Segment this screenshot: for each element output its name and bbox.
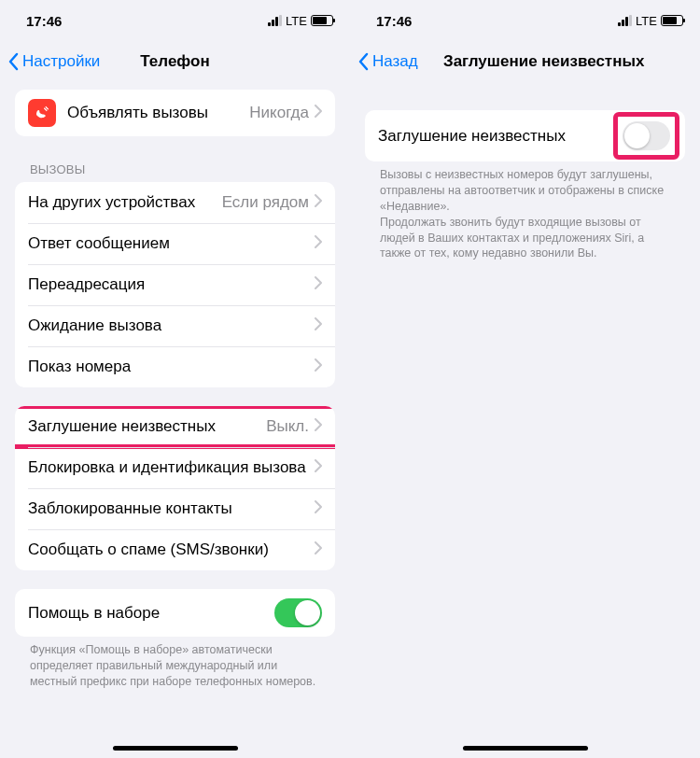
group-announce: Объявлять вызовы Никогда (15, 90, 335, 136)
chevron-right-icon (315, 500, 322, 517)
row-label: Помощь в наборе (28, 604, 274, 623)
row-label: Заглушение неизвестных (28, 417, 266, 436)
group-dial-assist: Помощь в наборе (15, 589, 335, 637)
row-other-devices[interactable]: На других устройствах Если рядом (15, 182, 335, 223)
dial-assist-note: Функция «Помощь в наборе» автоматически … (30, 642, 320, 690)
chevron-right-icon (315, 194, 322, 211)
group-calls: На других устройствах Если рядом Ответ с… (15, 182, 335, 387)
signal-icon (618, 15, 632, 26)
row-value: Никогда (249, 104, 309, 122)
battery-icon (311, 15, 333, 26)
chevron-right-icon (315, 317, 322, 334)
announce-icon (28, 99, 56, 127)
row-call-forwarding[interactable]: Переадресация (15, 264, 335, 305)
group-silence-blocking: Заглушение неизвестных Выкл. Блокировка … (15, 406, 335, 570)
back-label: Настройки (22, 52, 100, 71)
row-label: Переадресация (28, 275, 315, 294)
row-report-spam[interactable]: Сообщать о спаме (SMS/звонки) (15, 529, 335, 570)
chevron-right-icon (315, 418, 322, 435)
content: Заглушение неизвестных Вызовы с неизвест… (350, 82, 700, 758)
row-dial-assist[interactable]: Помощь в наборе (15, 589, 335, 637)
dial-assist-toggle[interactable] (274, 598, 322, 627)
network-label: LTE (286, 14, 307, 28)
row-label: Сообщать о спаме (SMS/звонки) (28, 540, 315, 559)
chevron-right-icon (315, 541, 322, 558)
chevron-right-icon (315, 358, 322, 375)
screen-phone-settings: 17:46 LTE Настройки Телефон Объявлять вы… (0, 0, 350, 758)
row-call-waiting[interactable]: Ожидание вызова (15, 305, 335, 346)
battery-icon (661, 15, 683, 26)
back-button[interactable]: Назад (357, 52, 418, 71)
nav-bar: Настройки Телефон (0, 41, 350, 82)
row-label: Заглушение неизвестных (378, 127, 621, 146)
row-label: Ожидание вызова (28, 316, 315, 335)
silence-note: Вызовы с неизвестных номеров будут заглу… (380, 167, 670, 261)
back-label: Назад (372, 52, 418, 71)
status-bar: 17:46 LTE (0, 0, 350, 41)
row-blocked-contacts[interactable]: Заблокированные контакты (15, 488, 335, 529)
status-time: 17:46 (26, 13, 62, 29)
row-respond-with-text[interactable]: Ответ сообщением (15, 223, 335, 264)
row-label: Объявлять вызовы (67, 104, 249, 122)
screen-silence-unknown: 17:46 LTE Назад Заглушение неизвестных З… (350, 0, 700, 758)
chevron-left-icon (357, 52, 369, 71)
row-label: Блокировка и идентификация вызова (28, 458, 315, 477)
status-right: LTE (618, 14, 683, 28)
nav-bar: Назад Заглушение неизвестных (350, 41, 700, 82)
home-indicator (463, 746, 588, 751)
back-button[interactable]: Настройки (7, 52, 100, 71)
group-header-calls: ВЫЗОВЫ (30, 162, 320, 176)
chevron-right-icon (315, 105, 322, 121)
row-label: На других устройствах (28, 193, 222, 212)
row-silence-unknown[interactable]: Заглушение неизвестных Выкл. (15, 406, 335, 447)
row-silence-toggle[interactable]: Заглушение неизвестных (365, 110, 685, 161)
status-right: LTE (268, 14, 333, 28)
group-silence-toggle: Заглушение неизвестных (365, 110, 685, 161)
chevron-right-icon (315, 459, 322, 476)
signal-icon (268, 15, 282, 26)
status-bar: 17:46 LTE (350, 0, 700, 41)
home-indicator (113, 746, 238, 751)
row-value: Выкл. (266, 417, 309, 436)
chevron-left-icon (7, 52, 19, 71)
chevron-right-icon (315, 235, 322, 252)
row-value: Если рядом (222, 193, 309, 212)
network-label: LTE (636, 14, 657, 28)
row-announce-calls[interactable]: Объявлять вызовы Никогда (15, 90, 335, 136)
row-label: Показ номера (28, 358, 315, 376)
chevron-right-icon (315, 276, 322, 293)
row-label: Заблокированные контакты (28, 499, 315, 518)
status-time: 17:46 (376, 13, 412, 29)
row-call-blocking[interactable]: Блокировка и идентификация вызова (15, 447, 335, 488)
content: Объявлять вызовы Никогда ВЫЗОВЫ На други… (0, 82, 350, 758)
silence-toggle[interactable] (623, 121, 670, 150)
row-label: Ответ сообщением (28, 234, 315, 253)
row-show-caller-id[interactable]: Показ номера (15, 346, 335, 387)
